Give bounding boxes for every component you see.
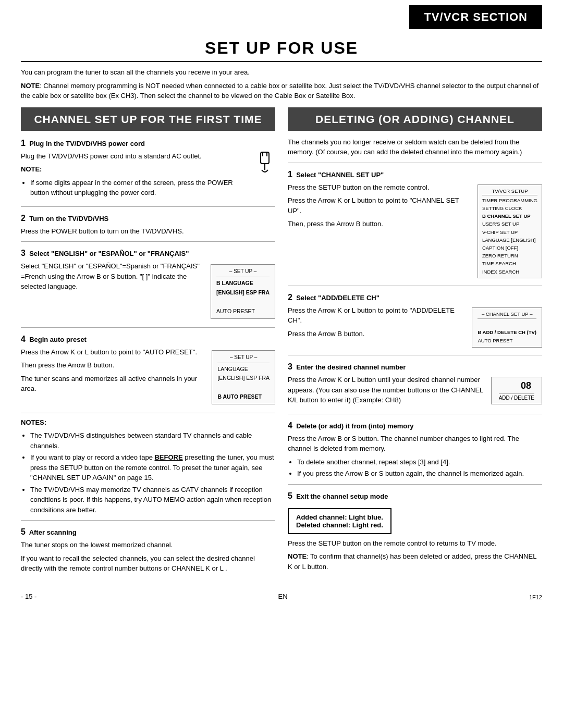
intro-text: You can program the tuner to scan all th… <box>21 67 542 101</box>
right-step-4-bullet-1: If you press the Arrow B or S button aga… <box>297 468 542 479</box>
step-3-menu-item-1: [ENGLISH] ESP FRA <box>216 288 270 298</box>
step-1-heading: 1 Plug in the TV/DVD/VHS power cord <box>21 137 275 150</box>
right-step-4-body1: Press the Arrow B or S button. The chann… <box>288 434 542 454</box>
right-step-2-menu-title: – CHANNEL SET UP – <box>478 310 536 319</box>
two-col-layout: CHANNEL SET UP FOR THE FIRST TIME 1 Plug… <box>21 107 542 577</box>
highlight-box: Added channel: Light blue. Deleted chann… <box>288 508 391 534</box>
right-step-1: 1 Select "CHANNEL SET UP" TV/VCR SETUP T… <box>288 168 542 280</box>
rsm-item-7: ZERO RETURN <box>482 252 537 260</box>
right-step-3-number: 3 <box>288 362 292 371</box>
right-section-header: DELETING (OR ADDING) CHANNEL <box>288 107 542 131</box>
right-step-3-heading: 3 Enter the desired channel number <box>288 361 542 373</box>
right-step-1-menu-title: TV/VCR SETUP <box>482 187 537 195</box>
note-bullet-1: If you want to play or record a video ta… <box>30 452 275 483</box>
step-4-title: Begin auto preset <box>29 336 87 343</box>
power-cord-icon <box>254 151 275 176</box>
step-4-menu-title: – SET UP – <box>217 353 270 363</box>
rsm-item-2: B CHANNEL SET UP <box>482 212 537 220</box>
page-footer: - 15 - EN 1F12 <box>21 589 542 600</box>
right-step-5-body1: Press the SETUP button on the remote con… <box>288 538 542 549</box>
right-column: DELETING (OR ADDING) CHANNEL The channel… <box>288 107 542 575</box>
step-3-title: Select "ENGLISH" or "ESPAÑOL" or "FRANÇA… <box>29 250 189 257</box>
intro-line1: You can program the tuner to scan all th… <box>21 67 542 78</box>
intro-note: NOTE: Channel memory programming is NOT … <box>21 81 542 101</box>
right-step-5-note-text: : To confirm that channel(s) has been de… <box>288 552 536 571</box>
right-intro: The channels you no longer receive or se… <box>288 137 542 157</box>
step-3: 3 Select "ENGLISH" or "ESPAÑOL" or "FRAN… <box>21 247 275 322</box>
right-step-1-heading: 1 Select "CHANNEL SET UP" <box>288 168 542 181</box>
channel-label: ADD / DELETE <box>499 393 534 401</box>
right-sep-2 <box>288 355 542 355</box>
right-step-4-bullet-0: To delete another channel, repeat steps … <box>297 457 542 467</box>
right-sep-0 <box>288 163 542 163</box>
rsm-item-3: USER'S SET UP <box>482 220 537 228</box>
right-step-5-note-label: NOTE <box>288 552 307 560</box>
step-1-note-bullets: If some digits appear in the corner of t… <box>30 178 275 198</box>
step-2-body: Press the POWER button to turn on the TV… <box>21 226 275 237</box>
right-step-4-bullets: To delete another channel, repeat steps … <box>297 457 542 479</box>
channel-number: 08 <box>499 380 534 391</box>
right-step-4-heading: 4 Delete (or add) it from (into) memory <box>288 419 542 432</box>
right-step-4-title: Delete (or add) it from (into) memory <box>296 422 413 430</box>
page: TV/VCR SECTION SET UP FOR USE You can pr… <box>0 0 563 728</box>
right-step-3-title: Enter the desired channel number <box>296 363 406 371</box>
step-1-body: Plug the TV/DVD/VHS power cord into a st… <box>21 151 275 162</box>
step-sep-1 <box>21 206 275 207</box>
top-header: TV/VCR SECTION <box>21 0 542 29</box>
step-3-menu-item-2 <box>216 298 270 307</box>
rsm-item-4: V-CHIP SET UP <box>482 228 537 236</box>
step-3-heading: 3 Select "ENGLISH" or "ESPAÑOL" or "FRAN… <box>21 247 275 260</box>
right-step-1-number: 1 <box>288 170 292 179</box>
rsm-item-8: TIME SEARCH <box>482 260 537 267</box>
step-3-number: 3 <box>21 249 26 257</box>
right-step-5-note: NOTE: To confirm that channel(s) has bee… <box>288 551 542 572</box>
step-4-menu-box: – SET UP – LANGUAGE [ENGLISH] ESP FRA B … <box>212 350 275 404</box>
note-bullet-2: The TV/DVD/VHS may memorize TV channels … <box>30 485 275 515</box>
right-sep-4 <box>288 484 542 485</box>
step-3-menu-title: – SET UP – <box>216 267 270 277</box>
right-step-4: 4 Delete (or add) it from (into) memory … <box>288 419 542 479</box>
step-5: 5 After scanning The tuner stops on the … <box>21 526 275 574</box>
notes-bullets: The TV/DVD/VHS distinguishes between sta… <box>30 430 275 515</box>
notes-label: NOTES: <box>21 417 275 428</box>
svg-rect-0 <box>261 152 269 164</box>
rsm-item-5: LANGUAGE [ENGLISH] <box>482 236 537 244</box>
note-bullet-0: The TV/DVD/VHS distinguishes between sta… <box>30 430 275 451</box>
step-1-note-bullet-0: If some digits appear in the corner of t… <box>30 178 275 198</box>
rsm-item-9: INDEX SEARCH <box>482 268 537 276</box>
step-4-menu-item-0: LANGUAGE <box>217 365 270 374</box>
step-sep-notes <box>21 520 275 521</box>
step-4-number: 4 <box>21 335 26 343</box>
channel-display-box: 08 ADD / DELETE <box>491 377 542 404</box>
step-5-number: 5 <box>21 527 26 536</box>
step-sep-4 <box>21 413 275 413</box>
step-5-title: After scanning <box>29 528 77 536</box>
tv-vcr-label: TV/VCR SECTION <box>409 5 542 29</box>
step-3-menu-item-3: AUTO PRESET <box>216 307 270 316</box>
right-sep-1 <box>288 286 542 286</box>
step-4-menu-item-1: [ENGLISH] ESP FRA <box>217 374 270 383</box>
left-column: CHANNEL SET UP FOR THE FIRST TIME 1 Plug… <box>21 107 275 577</box>
step-4: 4 Begin auto preset – SET UP – LANGUAGE … <box>21 333 275 408</box>
page-title: SET UP FOR USE <box>21 29 542 62</box>
right-step-2-menu-box: – CHANNEL SET UP – B ADD / DELETE CH (TV… <box>472 307 542 348</box>
lang-code: EN <box>278 593 288 600</box>
highlight-line2: Deleted channel: Light red. <box>296 521 383 529</box>
step-1-title: Plug in the TV/DVD/VHS power cord <box>29 140 145 147</box>
step-4-menu-item-2 <box>217 383 270 392</box>
right-step-2-number: 2 <box>288 293 292 302</box>
rsm-item-1: SETTING CLOCK <box>482 204 537 212</box>
adm-item-2: AUTO PRESET <box>478 337 536 345</box>
highlight-line1: Added channel: Light blue. <box>296 513 383 521</box>
step-2: 2 Turn on the TV/DVD/VHS Press the POWER… <box>21 212 275 237</box>
right-step-2-heading: 2 Select "ADD/DELETE CH" <box>288 291 542 304</box>
intro-note-label: NOTE <box>21 82 40 90</box>
step-1: 1 Plug in the TV/DVD/VHS power cord Plug… <box>21 137 275 201</box>
rsm-item-6: CAPTION [OFF] <box>482 244 537 252</box>
step-4-menu-item-3: B AUTO PRESET <box>217 392 270 402</box>
right-step-1-title: Select "CHANNEL SET UP" <box>296 171 384 179</box>
version-code: 1F12 <box>529 594 542 600</box>
right-step-5-title: Exit the channel setup mode <box>296 492 388 500</box>
notes-section: NOTES: The TV/DVD/VHS distinguishes betw… <box>21 417 275 515</box>
step-sep-2 <box>21 241 275 242</box>
